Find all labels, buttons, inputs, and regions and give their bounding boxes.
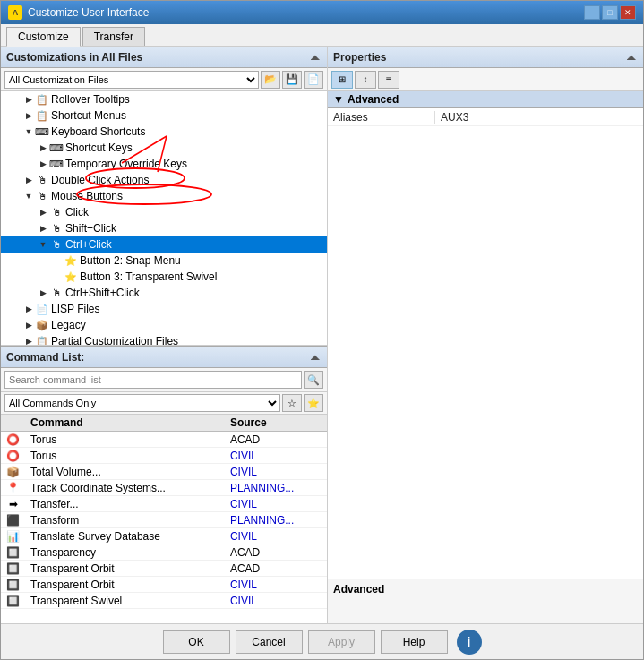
list-item[interactable]: 📊 Translate Survey Database CIVIL [1, 528, 327, 544]
tree-item-double-click[interactable]: ▶ 🖱 Double Click Actions [1, 172, 327, 188]
command-filter-dropdown[interactable]: All Commands Only [4, 394, 280, 412]
group-collapse-icon: ▼ [333, 93, 344, 106]
list-item[interactable]: ⬛ Transform PLANNING... [1, 512, 327, 528]
collapse-icon[interactable]: ⏶ [309, 50, 322, 64]
cmd-source: CIVIL [225, 496, 327, 512]
list-item[interactable]: 🔲 Transparency ACAD [1, 544, 327, 561]
tree-item-button2[interactable]: ⭐ Button 2: Snap Menu [1, 253, 327, 269]
tree-item-shortcut-keys[interactable]: ▶ ⌨ Shortcut Keys [1, 140, 327, 156]
tab-transfer[interactable]: Transfer [82, 27, 145, 46]
tree-item-lisp-files[interactable]: ▶ 📄 LISP Files [1, 301, 327, 317]
cmd-name: Transparent Swivel [25, 593, 225, 609]
tree-item-shortcut-menus[interactable]: ▶ 📋 Shortcut Menus [1, 107, 327, 124]
cmd-icon: ⭕ [1, 448, 25, 464]
cmd-source: CIVIL [225, 528, 327, 544]
tab-customize[interactable]: Customize [6, 27, 81, 47]
expander-icon: ▶ [22, 109, 35, 122]
list-item[interactable]: 📍 Track Coordinate Systems... PLANNING..… [1, 480, 327, 496]
expander-icon: ▶ [37, 222, 49, 235]
tree-item-mouse-buttons[interactable]: ▼ 🖱 Mouse Buttons [1, 188, 327, 204]
filter-fav-button[interactable]: ☆ [282, 394, 302, 412]
props-toolbar: ⊞ ↕ ≡ [328, 68, 643, 91]
expander-icon: ▼ [22, 125, 35, 138]
tree-item-temporary-override-keys[interactable]: ▶ ⌨ Temporary Override Keys [1, 156, 327, 172]
main-window: A Customize User Interface ─ □ ✕ Customi… [0, 0, 644, 660]
list-item[interactable]: ➡ Transfer... CIVIL [1, 496, 327, 512]
cmd-name: Translate Survey Database [25, 528, 225, 544]
cmd-source: ACAD [225, 432, 327, 448]
tree-node-icon: 🖱 [35, 173, 49, 187]
help-button[interactable]: Help [381, 630, 448, 654]
list-item[interactable]: 🔲 Transparent Orbit CIVIL [1, 577, 327, 593]
expander-icon [51, 254, 64, 267]
props-sort-az-button[interactable]: ↕ [355, 71, 376, 89]
cmd-name: Torus [25, 448, 225, 464]
cmd-name: Total Volume... [25, 464, 225, 480]
props-group-advanced: ▼ Advanced [328, 91, 643, 108]
props-row-aliases: Aliases AUX3 [328, 108, 643, 126]
tab-bar: Customize Transfer [1, 24, 643, 47]
tree-node-icon: ⌨ [35, 124, 49, 139]
search-button[interactable]: 🔍 [304, 371, 323, 389]
ok-button[interactable]: OK [163, 630, 230, 654]
cmd-icon: 🔲 [1, 561, 25, 577]
group-label: Advanced [348, 93, 399, 106]
cmd-icon: 📍 [1, 480, 25, 496]
tree-item-ctrl-click[interactable]: ▼ 🖱 Ctrl+Click [1, 236, 327, 253]
tree-node-icon: 📋 [35, 108, 49, 123]
list-item[interactable]: 🔲 Transparent Swivel CIVIL [1, 593, 327, 609]
cmd-source: CIVIL [225, 448, 327, 464]
cmd-source: PLANNING... [225, 480, 327, 496]
close-button[interactable]: ✕ [620, 5, 636, 20]
tree-item-shift-click[interactable]: ▶ 🖱 Shift+Click [1, 220, 327, 236]
command-list-title: Command List: [6, 351, 84, 364]
tree-item-legacy[interactable]: ▶ 📦 Legacy [1, 317, 327, 333]
tree-item-ctrl-shift-click[interactable]: ▶ 🖱 Ctrl+Shift+Click [1, 285, 327, 301]
tree-node-icon: 🖱 [49, 286, 64, 300]
title-bar-left: A Customize User Interface [8, 5, 149, 20]
cmd-name: Torus [25, 432, 225, 448]
cmd-source: CIVIL [225, 577, 327, 593]
cmd-icon: ➡ [1, 496, 25, 512]
tree-node-icon: 🖱 [49, 237, 64, 252]
minimize-button[interactable]: ─ [584, 5, 600, 20]
cmd-name: Track Coordinate Systems... [25, 480, 225, 496]
cmd-name: Transfer... [25, 496, 225, 512]
title-bar: A Customize User Interface ─ □ ✕ [1, 1, 643, 24]
cancel-button[interactable]: Cancel [236, 630, 303, 654]
list-item[interactable]: 📦 Total Volume... CIVIL [1, 464, 327, 480]
expander-icon: ▼ [22, 190, 35, 202]
load-button[interactable]: 📂 [261, 71, 280, 89]
collapse-props-icon[interactable]: ⏶ [625, 50, 638, 64]
save-button[interactable]: 💾 [282, 71, 302, 89]
info-button[interactable]: i [457, 630, 482, 655]
cmd-icon: ⬛ [1, 512, 25, 528]
props-filter-button[interactable]: ≡ [378, 71, 399, 89]
col-icon [1, 415, 25, 432]
tree-item-rollover-tooltips[interactable]: ▶ 📋 Rollover Tooltips [1, 91, 327, 107]
customization-files-dropdown[interactable]: All Customization Files [4, 71, 259, 89]
filter-fav2-button[interactable]: ⭐ [304, 394, 323, 412]
tree-node-icon: ⭐ [64, 253, 78, 268]
command-table-container: Command Source ⭕ Torus ACAD ⭕ [1, 415, 327, 623]
left-panel: Customizations in All Files ⏶ All Custom… [1, 47, 328, 623]
tree-item-button3[interactable]: ⭐ Button 3: Transparent Swivel [1, 269, 327, 285]
tree-item-click[interactable]: ▶ 🖱 Click [1, 204, 327, 220]
command-filter-row: All Commands Only ☆ ⭐ [1, 392, 327, 415]
list-item[interactable]: ⭕ Torus ACAD [1, 432, 327, 448]
main-content: Customizations in All Files ⏶ All Custom… [1, 47, 643, 623]
new-button[interactable]: 📄 [304, 71, 323, 89]
tree-item-keyboard-shortcuts[interactable]: ▼ ⌨ Keyboard Shortcuts [1, 124, 327, 140]
maximize-button[interactable]: □ [602, 5, 618, 20]
apply-button[interactable]: Apply [308, 630, 375, 654]
cmd-icon: 📊 [1, 528, 25, 544]
collapse-commands-icon[interactable]: ⏶ [309, 350, 322, 364]
tree-item-partial-customization[interactable]: ▶ 📋 Partial Customization Files [1, 333, 327, 346]
cmd-name: Transform [25, 512, 225, 528]
right-panel: Properties ⏶ ⊞ ↕ ≡ ▼ Advanced Aliases AU… [328, 47, 643, 623]
search-input[interactable] [4, 371, 302, 389]
props-sort-cat-button[interactable]: ⊞ [331, 71, 353, 89]
list-item[interactable]: 🔲 Transparent Orbit ACAD [1, 561, 327, 577]
cmd-source: ACAD [225, 561, 327, 577]
list-item[interactable]: ⭕ Torus CIVIL [1, 448, 327, 464]
